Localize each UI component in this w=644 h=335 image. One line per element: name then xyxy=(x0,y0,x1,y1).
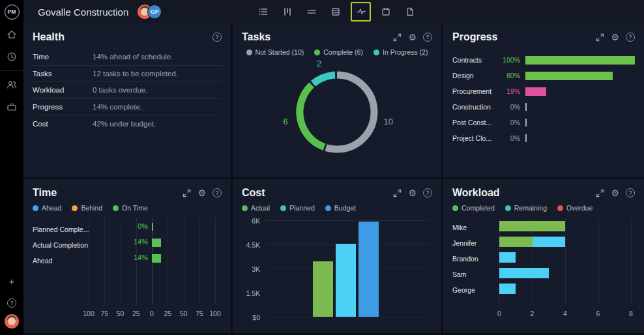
donut-segment[interactable] xyxy=(289,65,385,160)
legend-label: Remaining xyxy=(514,204,547,212)
help-icon: ? xyxy=(7,299,16,308)
legend-item: Not Started (10) xyxy=(246,48,304,56)
panel-title: Health xyxy=(33,31,212,43)
help-icon: ? xyxy=(626,33,635,42)
legend-dot xyxy=(325,205,331,211)
axis-tick-label: 4 xyxy=(563,310,567,317)
time-row-value: 14% xyxy=(89,238,148,246)
workload-bar-segment[interactable] xyxy=(499,284,516,294)
workload-row-label: Brandon xyxy=(452,251,499,267)
legend-dot xyxy=(33,205,38,211)
expand-button[interactable] xyxy=(183,189,191,197)
legend-label: On Time xyxy=(122,204,148,212)
time-bar[interactable] xyxy=(152,254,161,263)
top-bar: PM Govalle Construction GP xyxy=(0,0,644,23)
help-button[interactable]: ? xyxy=(423,188,432,197)
calendar-view-button[interactable] xyxy=(377,3,395,21)
legend-dot xyxy=(373,50,379,55)
workload-bar-segment[interactable] xyxy=(499,237,533,247)
sidebar-item-team[interactable] xyxy=(0,74,23,96)
progress-row: Construction0% xyxy=(452,99,635,115)
settings-button[interactable]: ⚙ xyxy=(408,188,417,197)
workload-bar-segment[interactable] xyxy=(499,252,516,263)
progress-row-label: Contracts xyxy=(452,56,493,64)
cost-bar-planned[interactable] xyxy=(336,244,356,317)
app-logo[interactable]: PM xyxy=(0,0,23,23)
plus-icon: + xyxy=(9,276,15,287)
settings-button[interactable]: ⚙ xyxy=(408,33,417,42)
expand-button[interactable] xyxy=(393,33,402,42)
expand-button[interactable] xyxy=(596,189,604,197)
time-bar[interactable] xyxy=(152,239,161,247)
docs-view-button[interactable] xyxy=(401,3,419,21)
axis-tick-label: 8 xyxy=(629,310,633,317)
document-icon xyxy=(405,7,415,17)
dashboard-grid: Health ? Time 14% ahead of schedule. Tas… xyxy=(23,23,644,335)
donut-value-label: 6 xyxy=(284,116,288,126)
gridline xyxy=(121,218,121,304)
axis-tick-label: 75 xyxy=(196,310,203,317)
help-button[interactable]: ? xyxy=(626,188,635,197)
donut-value-label: 2 xyxy=(317,58,321,68)
view-toolbar xyxy=(254,2,419,22)
workload-bar-chart: 02468 xyxy=(499,218,631,317)
workload-bar-segment[interactable] xyxy=(499,268,549,278)
sheet-view-button[interactable] xyxy=(327,3,345,21)
board-view-button[interactable] xyxy=(278,3,297,21)
cost-y-axis: $01.5K3K4.5K6K xyxy=(242,221,265,317)
progress-row-value: 19% xyxy=(493,87,520,95)
help-button[interactable]: ? xyxy=(212,188,222,197)
zero-tick xyxy=(525,134,527,142)
help-button[interactable]: ? xyxy=(0,292,23,314)
progress-bar-track xyxy=(525,72,635,80)
progress-bar[interactable] xyxy=(525,56,635,65)
avatar-initials[interactable]: GP xyxy=(147,5,162,19)
expand-button[interactable] xyxy=(596,33,604,42)
progress-bar[interactable] xyxy=(525,72,613,80)
health-row-label: Tasks xyxy=(33,70,93,78)
axis-tick-label: 50 xyxy=(180,310,188,317)
legend-label: Planned xyxy=(289,204,315,212)
user-avatar[interactable] xyxy=(5,314,19,328)
gantt-view-button[interactable] xyxy=(302,3,321,21)
help-icon: ? xyxy=(626,188,635,197)
settings-button[interactable]: ⚙ xyxy=(611,188,619,197)
health-rows: Time 14% ahead of schedule. Tasks 12 tas… xyxy=(33,49,222,132)
dashboard-view-button[interactable] xyxy=(351,2,371,22)
help-button[interactable]: ? xyxy=(423,33,432,42)
board-icon xyxy=(282,7,293,17)
gridline xyxy=(631,218,632,304)
legend-item: Planned xyxy=(280,204,315,212)
time-row-label: Planned Comple... xyxy=(33,222,89,237)
settings-button[interactable]: ⚙ xyxy=(198,188,206,197)
sidebar-item-portfolio[interactable] xyxy=(0,96,23,118)
workload-bar-segment[interactable] xyxy=(499,221,565,231)
settings-button[interactable]: ⚙ xyxy=(611,33,619,42)
legend-dot xyxy=(452,205,458,211)
sidebar-item-home[interactable] xyxy=(0,23,23,46)
cost-bar-budget[interactable] xyxy=(359,222,379,317)
cost-bar-actual[interactable] xyxy=(313,261,333,317)
panel-title: Time xyxy=(33,187,183,199)
progress-row: Procurement19% xyxy=(452,83,635,99)
health-row-label: Time xyxy=(33,53,93,61)
sidebar-divider xyxy=(0,70,23,71)
workload-row-label: Sam xyxy=(452,267,499,282)
workload-bar-segment[interactable] xyxy=(533,237,566,247)
expand-button[interactable] xyxy=(393,189,402,197)
axis-tick-label: 0 xyxy=(497,310,501,317)
help-button[interactable]: ? xyxy=(212,33,222,42)
progress-bar-track xyxy=(525,87,635,96)
sidebar-item-recent[interactable] xyxy=(0,46,23,68)
add-button[interactable]: + xyxy=(0,270,23,292)
progress-bar-track xyxy=(525,134,635,143)
workload-row-label: Jennifer xyxy=(452,235,499,251)
tasks-legend: Not Started (10) Complete (6) In Progres… xyxy=(242,48,432,56)
help-button[interactable]: ? xyxy=(626,33,635,42)
briefcase-icon xyxy=(6,101,18,113)
calendar-icon xyxy=(381,7,391,17)
expand-icon xyxy=(183,189,191,197)
progress-bar[interactable] xyxy=(525,87,546,96)
health-row: Tasks 12 tasks to be completed. xyxy=(33,66,222,83)
list-view-button[interactable] xyxy=(254,3,272,21)
